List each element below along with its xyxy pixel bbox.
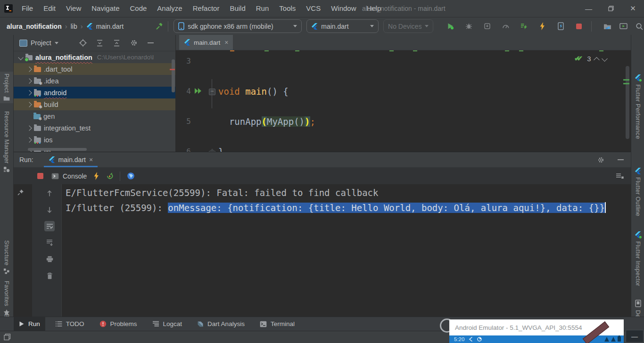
expand-all-button[interactable] [95, 38, 105, 48]
chevron-down-icon[interactable] [18, 55, 23, 60]
locate-button[interactable] [78, 38, 88, 48]
inspections-widget[interactable]: ✔✔ 3 [574, 54, 607, 63]
chevron-right-icon[interactable] [26, 66, 32, 72]
project-hscrollbar[interactable] [28, 148, 87, 151]
device-selector[interactable]: sdk gphone x86 arm (mobile) [173, 19, 302, 33]
emulator-toolbar[interactable]: — [626, 330, 644, 343]
stop-process-button[interactable] [35, 172, 45, 181]
hot-restart-icon[interactable] [106, 172, 114, 180]
tree-item-gen[interactable]: gen [14, 110, 175, 122]
menu-vcs[interactable]: VCS [301, 0, 326, 17]
run-button[interactable] [446, 22, 455, 31]
console-layout-icon[interactable] [615, 172, 624, 181]
tree-item-dart_tool[interactable]: .dart_tool [14, 63, 175, 75]
restart-device-button[interactable] [556, 22, 565, 31]
chevron-right-icon[interactable] [26, 90, 32, 95]
chevron-right-icon[interactable] [26, 102, 32, 107]
menu-navigate[interactable]: Navigate [86, 0, 124, 17]
dart-devtools-icon[interactable] [127, 172, 135, 180]
console-line-2[interactable]: I/flutter (25599): onMessage: {notificat… [66, 200, 629, 215]
menu-tools[interactable]: Tools [274, 0, 301, 17]
settings-button[interactable] [129, 38, 139, 48]
fold-start-icon[interactable]: − [209, 89, 215, 95]
tool-stripe-flutter-outline[interactable]: Flutter Outline [631, 166, 644, 218]
tree-item-alura_notification[interactable]: alura_notificationC:\Users\Leonardo\l [14, 51, 175, 63]
bottom-tab-terminal[interactable]: Terminal [255, 317, 300, 331]
hide-button[interactable] [146, 38, 156, 48]
flutter-attach-button[interactable] [519, 22, 528, 31]
scroll-to-end-button[interactable] [44, 237, 55, 248]
print-button[interactable] [44, 254, 55, 264]
tool-stripe-resource-manager[interactable]: Resource Manager [0, 109, 13, 174]
bottom-tab-todo[interactable]: TODO [50, 317, 90, 331]
close-button[interactable]: ✕ [622, 0, 644, 17]
menu-view[interactable]: View [61, 0, 86, 17]
profile-button[interactable] [501, 22, 510, 31]
tree-item-build[interactable]: build [14, 98, 175, 110]
bottom-tab-run[interactable]: Run [14, 317, 45, 331]
search-everywhere-button[interactable] [635, 22, 644, 31]
pin-icon[interactable] [17, 189, 24, 196]
chevron-right-icon[interactable] [26, 78, 32, 83]
stop-button[interactable] [574, 22, 584, 31]
tree-item-android[interactable]: android [14, 87, 175, 98]
next-problem-icon[interactable] [602, 56, 608, 62]
prev-problem-icon[interactable] [594, 57, 600, 63]
running-devices-button[interactable] [619, 22, 628, 31]
tool-stripe-flutter-performance[interactable]: Flutter Performance [631, 73, 644, 141]
run-settings-icon[interactable] [596, 155, 605, 164]
project-view-selector[interactable]: Project [19, 39, 58, 47]
menu-refactor[interactable]: Refactor [188, 0, 225, 17]
editor-scrollbar[interactable] [626, 66, 629, 139]
tool-stripe-project[interactable]: Project [0, 72, 13, 103]
code-line-5[interactable]: 5 runApp(MyApp()); [176, 114, 631, 129]
bottom-tab-dart-analysis[interactable]: Dart Analysis [192, 317, 250, 331]
restore-button[interactable] [600, 0, 622, 17]
hot-reload-button[interactable] [537, 22, 547, 31]
clear-all-button[interactable] [44, 270, 55, 281]
menu-window[interactable]: Window [326, 0, 361, 17]
collapse-all-button[interactable] [112, 38, 122, 48]
close-tab-icon[interactable]: × [89, 156, 93, 163]
code-line-3[interactable]: 3 [176, 54, 631, 69]
code-line-4[interactable]: 4−void main() { [176, 84, 631, 99]
project-scrollbar[interactable] [172, 59, 175, 92]
attach-debugger-button[interactable] [482, 22, 492, 31]
tree-item-integration_test[interactable]: integration_test [14, 122, 175, 134]
code-line-6[interactable]: 6} [176, 144, 631, 152]
tree-item-ios[interactable]: ios [14, 134, 175, 146]
bottom-tab-problems[interactable]: Problems [94, 317, 142, 331]
console-tab[interactable]: Console [51, 172, 87, 180]
hide-panel-icon[interactable] [616, 155, 625, 164]
menu-build[interactable]: Build [224, 0, 250, 17]
tool-windows-icon[interactable] [4, 334, 11, 341]
breadcrumb-item-lib[interactable]: lib [71, 23, 77, 30]
console-line-1[interactable]: E/FlutterFcmService(25599): Fatal: faile… [66, 185, 629, 200]
minimize-button[interactable]: — [578, 0, 600, 17]
chevron-right-icon[interactable] [26, 125, 32, 131]
menu-run[interactable]: Run [251, 0, 274, 17]
bottom-tab-logcat[interactable]: Logcat [147, 317, 188, 331]
tool-stripe-structure[interactable]: Structure [0, 238, 13, 276]
run-tab-main-dart[interactable]: main.dart × [44, 152, 98, 167]
breadcrumb-item-main.dart[interactable]: main.dart [96, 23, 124, 30]
editor-tab-main-dart[interactable]: main.dart × [179, 35, 233, 50]
flutter-tools-icon[interactable] [155, 22, 164, 31]
scroll-down-button[interactable] [44, 204, 55, 215]
menu-file[interactable]: File [17, 0, 38, 17]
close-tab-icon[interactable]: × [224, 39, 228, 46]
menu-code[interactable]: Code [124, 0, 152, 17]
code-editor[interactable]: 34−void main() {5 runApp(MyApp());6}78−c… [176, 50, 631, 152]
tool-stripe-flutter-inspector[interactable]: Flutter Inspector [631, 229, 644, 288]
chevron-right-icon[interactable] [26, 137, 32, 142]
run-config-selector[interactable]: main.dart [306, 19, 379, 33]
scroll-up-button[interactable] [44, 188, 55, 198]
breadcrumb-item-alura_notification[interactable]: alura_notification [7, 23, 62, 30]
console-output[interactable]: E/FlutterFcmService(25599): Fatal: faile… [66, 185, 629, 215]
hot-reload-icon[interactable] [93, 172, 99, 180]
project-structure-button[interactable] [603, 22, 612, 31]
flutter-device-selector[interactable]: No Devices [383, 19, 433, 33]
run-line-icon[interactable] [194, 87, 203, 95]
tree-item-idea[interactable]: .idea [14, 75, 175, 87]
soft-wrap-button[interactable] [44, 221, 55, 231]
